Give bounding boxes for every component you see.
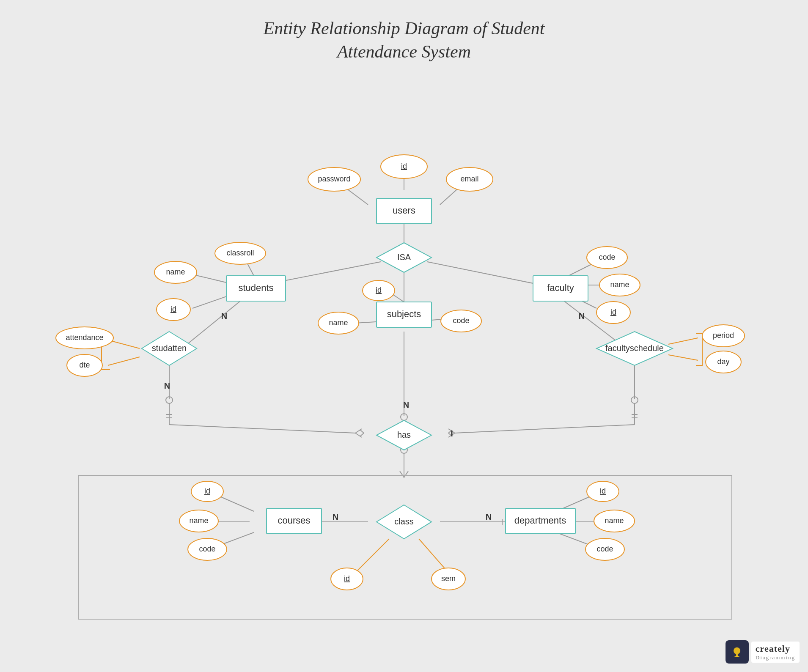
svg-line-20: [668, 338, 698, 344]
attr-studatten-attendance: attendance: [66, 333, 103, 342]
er-diagram-svg: users students faculty subjects courses …: [0, 71, 808, 655]
title-line2: Attendance System: [337, 42, 471, 61]
attr-students-id: id: [170, 305, 176, 313]
attr-studatten-dte: dte: [79, 361, 90, 369]
svg-rect-93: [735, 656, 739, 657]
relationship-facultyschedule: facultyschedule: [605, 343, 664, 353]
cardinality-n6: N: [486, 512, 492, 521]
svg-line-38: [220, 496, 254, 511]
attr-subjects-name: name: [329, 318, 348, 327]
creately-sub: Diagramming: [756, 654, 795, 661]
svg-rect-35: [78, 475, 732, 619]
creately-logo: creately Diagramming: [726, 640, 800, 664]
svg-line-50: [360, 430, 364, 433]
entity-students: students: [238, 283, 273, 293]
relationship-class: class: [394, 517, 414, 526]
attr-departments-id: id: [600, 487, 606, 495]
attr-departments-code: code: [596, 545, 613, 553]
attr-faculty-name: name: [610, 280, 629, 289]
relationship-isa: ISA: [397, 252, 411, 262]
attr-students-name: name: [166, 268, 185, 276]
cardinality-n1: N: [221, 311, 227, 321]
svg-line-45: [419, 539, 448, 573]
entity-faculty: faculty: [547, 283, 574, 293]
attr-faculty-id: id: [610, 308, 616, 316]
entity-departments: departments: [514, 515, 566, 526]
attr-facultyschedule-day: day: [717, 357, 729, 366]
svg-line-51: [360, 433, 364, 436]
svg-line-32: [455, 425, 635, 433]
svg-line-17: [108, 340, 140, 348]
svg-point-91: [734, 647, 740, 654]
svg-line-5: [427, 262, 541, 285]
attr-class-id: id: [344, 574, 350, 583]
attr-users-password: password: [318, 175, 350, 183]
cardinality-n4: N: [403, 400, 409, 409]
svg-line-21: [668, 355, 698, 360]
attr-courses-code: code: [199, 545, 215, 553]
attr-students-classroll: classroll: [226, 249, 254, 257]
title-line1: Entity Relationship Diagram of Student: [264, 19, 545, 38]
attr-facultyschedule-period: period: [713, 331, 734, 340]
creately-icon: [726, 640, 749, 664]
entity-subjects: subjects: [387, 309, 421, 319]
svg-line-18: [108, 357, 140, 365]
entity-users: users: [393, 205, 415, 216]
creately-name: creately: [756, 643, 795, 654]
cardinality-n2: N: [579, 311, 585, 321]
entity-courses: courses: [278, 515, 310, 526]
attr-users-id: id: [401, 162, 407, 170]
svg-line-16: [182, 293, 250, 348]
cardinality-1: I: [451, 429, 453, 438]
diagram-title: Entity Relationship Diagram of Student A…: [0, 17, 808, 63]
attr-users-email: email: [460, 175, 478, 183]
attr-courses-id: id: [204, 487, 210, 495]
relationship-studatten: studatten: [152, 343, 187, 353]
attr-faculty-code: code: [599, 253, 615, 261]
svg-line-25: [169, 425, 355, 433]
cardinality-n5: N: [333, 512, 338, 521]
attr-class-sem: sem: [441, 574, 456, 583]
attr-subjects-code: code: [453, 316, 469, 325]
cardinality-n3: N: [164, 381, 170, 390]
diagram-area: users students faculty subjects courses …: [0, 71, 808, 655]
relationship-has: has: [397, 430, 411, 439]
attr-courses-name: name: [189, 516, 208, 525]
creately-text-box: creately Diagramming: [751, 642, 800, 663]
attr-subjects-id: id: [376, 286, 382, 294]
svg-line-44: [355, 539, 389, 573]
svg-line-10: [567, 264, 592, 277]
title-area: Entity Relationship Diagram of Student A…: [0, 0, 808, 71]
main-container: Entity Relationship Diagram of Student A…: [0, 0, 808, 672]
svg-line-40: [220, 532, 254, 545]
svg-line-43: [556, 532, 590, 545]
attr-departments-name: name: [605, 516, 624, 525]
